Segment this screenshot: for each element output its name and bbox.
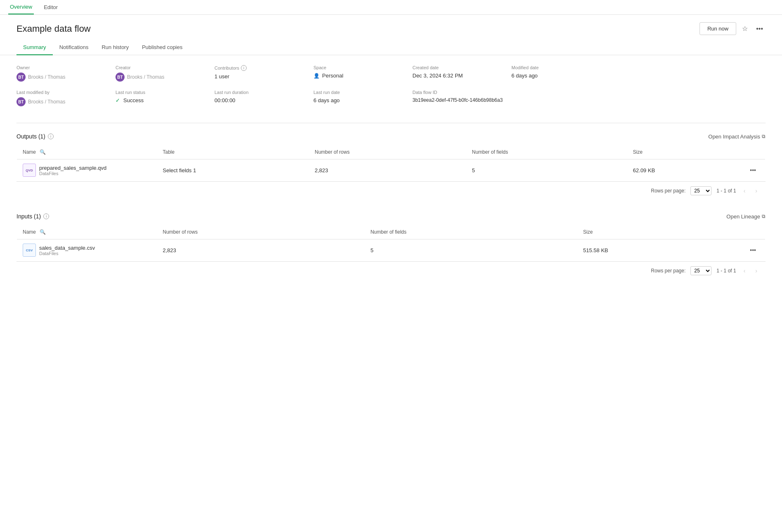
next-page-button[interactable]: ›	[753, 186, 760, 196]
inputs-col-fields: Number of fields	[365, 225, 577, 239]
meta-created-date-label: Created date	[412, 65, 487, 70]
meta-creator-label: Creator	[115, 65, 190, 70]
nav-item-editor[interactable]: Editor	[42, 0, 59, 14]
creator-name: Brooks / Thomas	[127, 74, 164, 80]
output-file-sub: DataFiles	[39, 171, 106, 176]
meta-created-date-value: Dec 3, 2024 6:32 PM	[412, 73, 487, 79]
nav-item-overview[interactable]: Overview	[8, 0, 34, 14]
meta-space-label: Space	[313, 65, 388, 70]
meta-last-run-date-value: 6 days ago	[313, 97, 388, 103]
open-lineage-link[interactable]: Open Lineage ⧉	[726, 213, 766, 220]
tab-notifications[interactable]: Notifications	[53, 40, 95, 55]
page-info: 1 - 1 of 1	[716, 188, 736, 194]
meta-last-modified-label: Last modified by	[16, 90, 91, 95]
meta-data-flow-id-label: Data flow ID	[412, 90, 520, 95]
table-row: CSV sales_data_sample.csv DataFiles 2,82…	[17, 239, 766, 261]
external-link-icon: ⧉	[762, 213, 766, 219]
input-fields-cell: 5	[365, 239, 577, 261]
more-icon: •••	[756, 25, 763, 32]
outputs-col-fields: Number of fields	[466, 145, 627, 159]
meta-owner-label: Owner	[16, 65, 91, 70]
inputs-table: Name 🔍 Number of rows Number of fields S…	[16, 225, 766, 261]
main-content: Owner BT Brooks / Thomas Creator BT Broo…	[0, 55, 782, 303]
meta-modified-date-label: Modified date	[511, 65, 586, 70]
meta-last-run-status-value: ✓ Success	[115, 97, 190, 103]
meta-data-flow-id-value: 3b19eea2-0def-47f5-b0fc-146b6b98b6a3	[412, 97, 520, 103]
prev-page-button[interactable]: ‹	[741, 266, 748, 276]
tab-published-copies[interactable]: Published copies	[135, 40, 189, 55]
input-name-cell: CSV sales_data_sample.csv DataFiles	[17, 239, 157, 261]
avatar: BT	[16, 73, 26, 82]
input-file-sub: DataFiles	[39, 251, 95, 256]
outputs-info-icon: i	[48, 134, 54, 139]
outputs-section: Outputs (1) i Open Impact Analysis ⧉ Nam…	[16, 133, 766, 200]
table-row: QVD prepared_sales_sample.qvd DataFiles …	[17, 159, 766, 181]
rows-per-page-select[interactable]: 25 50 100	[690, 186, 711, 195]
meta-last-run-status: Last run status ✓ Success	[115, 90, 190, 106]
meta-last-run-duration-label: Last run duration	[214, 90, 289, 95]
outputs-col-name: Name 🔍	[17, 145, 157, 159]
outputs-col-size: Size	[627, 145, 741, 159]
output-table-cell: Select fields 1	[157, 159, 309, 181]
tab-summary[interactable]: Summary	[16, 40, 53, 55]
tab-run-history[interactable]: Run history	[95, 40, 135, 55]
rows-per-page-label: Rows per page:	[651, 268, 685, 274]
header-actions: Run now ☆ •••	[700, 22, 766, 35]
name-search-icon[interactable]: 🔍	[40, 229, 46, 235]
inputs-col-name: Name 🔍	[17, 225, 157, 239]
output-file-name[interactable]: prepared_sales_sample.qvd	[39, 165, 106, 171]
output-more-button[interactable]: •••	[747, 165, 759, 175]
input-more-button[interactable]: •••	[747, 245, 759, 255]
meta-data-flow-id: Data flow ID 3b19eea2-0def-47f5-b0fc-146…	[412, 90, 520, 106]
page-title: Example data flow	[16, 23, 91, 34]
meta-last-run-status-label: Last run status	[115, 90, 190, 95]
page-header: Example data flow Run now ☆ •••	[0, 15, 782, 40]
output-rows-cell: 2,823	[309, 159, 466, 181]
meta-created-date: Created date Dec 3, 2024 6:32 PM	[412, 65, 487, 82]
input-file-name[interactable]: sales_data_sample.csv	[39, 245, 95, 251]
output-fields-cell: 5	[466, 159, 627, 181]
next-page-button[interactable]: ›	[753, 266, 760, 276]
inputs-col-size: Size	[577, 225, 741, 239]
meta-last-run-date-label: Last run date	[313, 90, 388, 95]
outputs-pagination: Rows per page: 25 50 100 1 - 1 of 1 ‹ ›	[16, 181, 766, 200]
inputs-section-title: Inputs (1) i	[16, 213, 49, 220]
meta-last-run-date: Last run date 6 days ago	[313, 90, 388, 106]
csv-file-icon: CSV	[23, 244, 36, 257]
meta-contributors: Contributors i 1 user	[214, 65, 289, 82]
outputs-table: Name 🔍 Table Number of rows Number of fi…	[16, 145, 766, 181]
meta-space: Space 👤 Personal	[313, 65, 388, 82]
metadata-section: Owner BT Brooks / Thomas Creator BT Broo…	[16, 65, 766, 115]
check-icon: ✓	[115, 97, 120, 103]
qvd-file-icon: QVD	[23, 164, 36, 177]
external-link-icon: ⧉	[762, 134, 766, 139]
more-options-button[interactable]: •••	[754, 23, 766, 35]
inputs-info-icon: i	[43, 213, 49, 219]
inputs-col-rows: Number of rows	[157, 225, 365, 239]
last-modified-name: Brooks / Thomas	[28, 99, 65, 105]
name-search-icon[interactable]: 🔍	[40, 149, 46, 155]
meta-contributors-value: 1 user	[214, 73, 289, 80]
meta-owner-value: BT Brooks / Thomas	[16, 73, 91, 82]
meta-modified-date: Modified date 6 days ago	[511, 65, 586, 82]
star-button[interactable]: ☆	[740, 22, 750, 35]
output-actions-cell: •••	[741, 159, 765, 181]
meta-space-value: 👤 Personal	[313, 73, 388, 79]
open-impact-analysis-link[interactable]: Open Impact Analysis ⧉	[708, 134, 766, 140]
divider	[16, 123, 766, 123]
meta-owner: Owner BT Brooks / Thomas	[16, 65, 91, 82]
contributors-info-icon: i	[241, 65, 247, 71]
outputs-section-title: Outputs (1) i	[16, 133, 54, 140]
run-now-button[interactable]: Run now	[700, 22, 736, 35]
avatar: BT	[16, 97, 26, 106]
prev-page-button[interactable]: ‹	[741, 186, 748, 196]
meta-modified-date-value: 6 days ago	[511, 73, 586, 79]
rows-per-page-select[interactable]: 25 50 100	[690, 266, 711, 275]
avatar: BT	[115, 73, 125, 82]
page-info: 1 - 1 of 1	[716, 268, 736, 274]
inputs-section: Inputs (1) i Open Lineage ⧉ Name 🔍 Numbe…	[16, 213, 766, 280]
outputs-col-rows: Number of rows	[309, 145, 466, 159]
star-icon: ☆	[742, 25, 748, 32]
input-actions-cell: •••	[741, 239, 765, 261]
tab-bar: Summary Notifications Run history Publis…	[0, 40, 782, 55]
